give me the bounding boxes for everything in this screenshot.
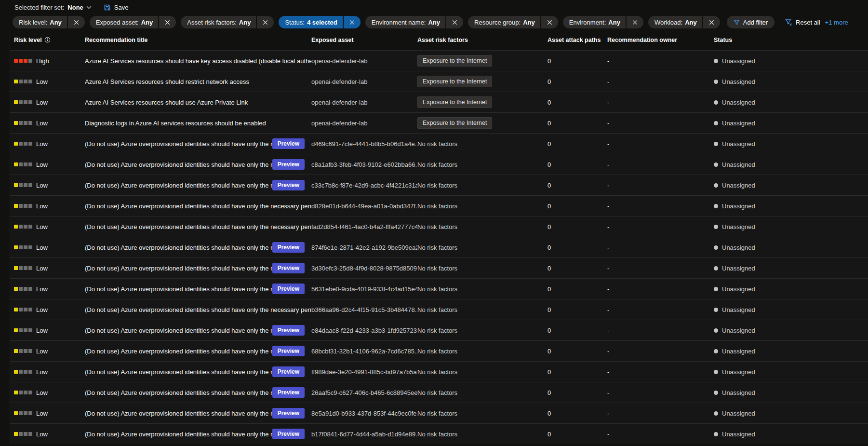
recommendation-title[interactable]: (Do not use) Azure overprovisioned ident…	[85, 368, 272, 376]
recommendation-title[interactable]: (Do not use) Azure overprovisioned ident…	[85, 348, 272, 355]
risk-factor-text: No risk factors	[417, 389, 457, 396]
recommendation-title[interactable]: Azure AI Services resources should have …	[85, 57, 311, 65]
table-row[interactable]: Low (Do not use) Azure overprovisioned i…	[10, 175, 868, 195]
table-row[interactable]: Low (Do not use) Azure overprovisioned i…	[10, 403, 868, 423]
filter-pill-button[interactable]: Status: 4 selected	[279, 16, 342, 28]
risk-factor-text: No risk factors	[417, 244, 457, 251]
risk-square	[24, 121, 27, 125]
table-row[interactable]: Low Azure AI Services resources should r…	[10, 71, 868, 92]
table-row[interactable]: Low (Do not use) Azure overprovisioned i…	[10, 216, 868, 237]
filter-pill-button[interactable]: Resource group: Any	[468, 16, 540, 28]
attack-paths-count: 0	[548, 223, 607, 230]
close-icon	[452, 20, 457, 25]
table-row[interactable]: Low (Do not use) Azure overprovisioned i…	[10, 237, 868, 257]
filter-reset-icon	[785, 19, 792, 26]
recommendation-title[interactable]: (Do not use) Azure overprovisioned ident…	[85, 182, 272, 189]
recommendation-title[interactable]: (Do not use) Azure overprovisioned ident…	[85, 140, 272, 148]
filter-pill-remove-button[interactable]	[627, 16, 643, 28]
recommendation-title[interactable]: (Do not use) Azure overprovisioned ident…	[85, 389, 272, 396]
column-header-exposed-asset[interactable]: Exposed asset	[311, 37, 417, 43]
recommendation-title-cell: Azure AI Services resources should have …	[85, 57, 311, 65]
recommendation-title-cell: Azure AI Services resources should restr…	[85, 78, 311, 85]
filter-pill-remove-button[interactable]	[703, 16, 720, 28]
filter-pill-button[interactable]: Asset risk factors: Any	[181, 16, 256, 28]
risk-level-label: Low	[36, 368, 48, 376]
recommendation-title[interactable]: (Do not use) Azure overprovisioned ident…	[85, 223, 311, 230]
recommendation-title[interactable]: (Do not use) Azure overprovisioned ident…	[85, 410, 272, 417]
status-dot-icon	[714, 121, 718, 125]
risk-factor-chip: Exposure to the Internet	[417, 117, 492, 129]
status-cell: Unassigned	[714, 285, 868, 293]
preview-badge: Preview	[272, 366, 305, 377]
table-row[interactable]: Low (Do not use) Azure overprovisioned i…	[10, 278, 868, 299]
recommendation-title-cell: (Do not use) Azure overprovisioned ident…	[85, 408, 311, 419]
filter-pill-button[interactable]: Environment: Any	[563, 16, 626, 28]
more-filters-link[interactable]: +1 more	[825, 19, 848, 26]
filter-pill-remove-button[interactable]	[446, 16, 463, 28]
risk-level-cell: Low	[14, 161, 85, 168]
table-row[interactable]: Low (Do not use) Azure overprovisioned i…	[10, 340, 868, 361]
risk-square	[19, 183, 23, 187]
column-header-recommendation-title[interactable]: Recommendation title	[85, 37, 311, 43]
recommendation-title-cell: (Do not use) Azure overprovisioned ident…	[85, 429, 311, 439]
risk-square	[24, 411, 27, 415]
add-filter-button[interactable]: Add filter	[727, 16, 775, 28]
filter-pill-button[interactable]: Exposed asset: Any	[90, 16, 158, 28]
filter-pill: Environment: Any	[563, 16, 643, 28]
filter-pill-button[interactable]: Environment name: Any	[365, 16, 445, 28]
table-row[interactable]: Low (Do not use) Azure overprovisioned i…	[10, 299, 868, 320]
filter-pill-remove-button[interactable]	[541, 16, 558, 28]
risk-level-cell: Low	[14, 327, 85, 334]
recommendation-title[interactable]: (Do not use) Azure overprovisioned ident…	[85, 161, 272, 168]
filter-pill-label: Exposed asset:	[96, 19, 139, 26]
filter-pill-remove-button[interactable]	[159, 16, 176, 28]
filter-pill-remove-button[interactable]	[68, 16, 85, 28]
table-row[interactable]: Low (Do not use) Azure overprovisioned i…	[10, 320, 868, 340]
save-button[interactable]: Save	[104, 4, 129, 11]
risk-level-cell: Low	[14, 78, 85, 85]
table-row[interactable]: Low (Do not use) Azure overprovisioned i…	[10, 361, 868, 382]
table-row[interactable]: Low Azure AI Services resources should u…	[10, 92, 868, 112]
risk-factor-text: No risk factors	[417, 410, 457, 417]
recommendation-title[interactable]: Azure AI Services resources should use A…	[85, 99, 248, 106]
risk-square	[24, 245, 27, 249]
table-row[interactable]: Low (Do not use) Azure overprovisioned i…	[10, 257, 868, 278]
filter-pill-remove-button[interactable]	[257, 16, 274, 28]
recommendation-title[interactable]: Diagnostic logs in Azure AI services res…	[85, 120, 266, 127]
exposed-asset: d828e01d-b644-49ea-a01a-0abd347f...	[311, 203, 417, 210]
column-header-risk-level[interactable]: Risk level	[14, 37, 85, 43]
column-header-status[interactable]: Status	[714, 37, 868, 43]
close-icon	[547, 20, 552, 25]
table-row[interactable]: Low (Do not use) Azure overprovisioned i…	[10, 154, 868, 175]
filter-pill-label: Risk level:	[19, 19, 47, 26]
recommendation-title[interactable]: (Do not use) Azure overprovisioned ident…	[85, 203, 311, 210]
recommendation-title[interactable]: (Do not use) Azure overprovisioned ident…	[85, 306, 311, 313]
recommendation-title[interactable]: (Do not use) Azure overprovisioned ident…	[85, 244, 272, 251]
column-header-recommendation-owner[interactable]: Recommendation owner	[607, 37, 714, 43]
column-header-asset-attack-paths[interactable]: Asset attack paths	[548, 37, 607, 43]
filter-set-dropdown[interactable]: None	[67, 4, 92, 11]
recommendation-title[interactable]: (Do not use) Azure overprovisioned ident…	[85, 285, 272, 293]
recommendation-owner: -	[607, 57, 714, 65]
table-row[interactable]: Low (Do not use) Azure overprovisioned i…	[10, 133, 868, 154]
reset-all-button[interactable]: Reset all	[785, 19, 820, 26]
table-row[interactable]: High Azure AI Services resources should …	[10, 50, 868, 71]
filter-pill-remove-button[interactable]	[344, 16, 361, 28]
risk-square	[19, 162, 23, 166]
table-row[interactable]: Low (Do not use) Azure overprovisioned i…	[10, 195, 868, 216]
recommendation-title[interactable]: (Do not use) Azure overprovisioned ident…	[85, 265, 272, 272]
filter-pill-button[interactable]: Workload: Any	[648, 16, 702, 28]
recommendation-title[interactable]: (Do not use) Azure overprovisioned ident…	[85, 327, 272, 334]
asset-risk-factors-cell: No risk factors	[417, 327, 548, 334]
table-row[interactable]: Low (Do not use) Azure overprovisioned i…	[10, 423, 868, 444]
recommendation-title[interactable]: Azure AI Services resources should restr…	[85, 78, 249, 85]
table-row[interactable]: Low (Do not use) Azure overprovisioned i…	[10, 382, 868, 403]
risk-level-squares	[14, 411, 32, 415]
recommendation-title[interactable]: (Do not use) Azure overprovisioned ident…	[85, 431, 272, 438]
attack-paths-count: 0	[548, 99, 607, 106]
table-row[interactable]: Low Diagnostic logs in Azure AI services…	[10, 112, 868, 133]
risk-square	[14, 391, 18, 394]
filter-pill-button[interactable]: Risk level: Any	[13, 16, 67, 28]
exposed-asset: b17f0841-6d77-4d44-a5ab-d1d94e89...	[311, 431, 417, 438]
column-header-asset-risk-factors[interactable]: Asset risk factors	[417, 37, 548, 43]
